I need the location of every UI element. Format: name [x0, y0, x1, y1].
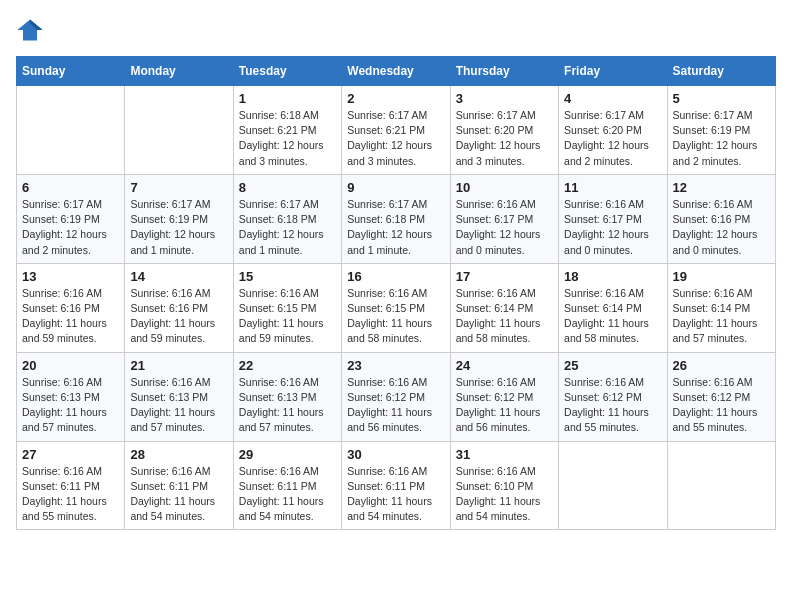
- day-number: 27: [22, 447, 119, 462]
- calendar-cell: 19Sunrise: 6:16 AMSunset: 6:14 PMDayligh…: [667, 263, 775, 352]
- day-info: Sunrise: 6:16 AMSunset: 6:16 PMDaylight:…: [130, 286, 227, 347]
- day-info: Sunrise: 6:16 AMSunset: 6:15 PMDaylight:…: [347, 286, 444, 347]
- calendar-cell: 8Sunrise: 6:17 AMSunset: 6:18 PMDaylight…: [233, 174, 341, 263]
- calendar-cell: 13Sunrise: 6:16 AMSunset: 6:16 PMDayligh…: [17, 263, 125, 352]
- day-info: Sunrise: 6:17 AMSunset: 6:21 PMDaylight:…: [347, 108, 444, 169]
- day-number: 20: [22, 358, 119, 373]
- calendar-cell: 23Sunrise: 6:16 AMSunset: 6:12 PMDayligh…: [342, 352, 450, 441]
- day-info: Sunrise: 6:16 AMSunset: 6:12 PMDaylight:…: [347, 375, 444, 436]
- weekday-header-wednesday: Wednesday: [342, 57, 450, 86]
- day-number: 2: [347, 91, 444, 106]
- calendar-cell: 17Sunrise: 6:16 AMSunset: 6:14 PMDayligh…: [450, 263, 558, 352]
- day-info: Sunrise: 6:16 AMSunset: 6:14 PMDaylight:…: [673, 286, 770, 347]
- day-info: Sunrise: 6:16 AMSunset: 6:11 PMDaylight:…: [239, 464, 336, 525]
- calendar-table: SundayMondayTuesdayWednesdayThursdayFrid…: [16, 56, 776, 530]
- calendar-cell: 30Sunrise: 6:16 AMSunset: 6:11 PMDayligh…: [342, 441, 450, 530]
- calendar-cell: 25Sunrise: 6:16 AMSunset: 6:12 PMDayligh…: [559, 352, 667, 441]
- day-number: 3: [456, 91, 553, 106]
- weekday-header-tuesday: Tuesday: [233, 57, 341, 86]
- calendar-cell: 26Sunrise: 6:16 AMSunset: 6:12 PMDayligh…: [667, 352, 775, 441]
- day-number: 7: [130, 180, 227, 195]
- calendar-cell: 9Sunrise: 6:17 AMSunset: 6:18 PMDaylight…: [342, 174, 450, 263]
- day-info: Sunrise: 6:16 AMSunset: 6:11 PMDaylight:…: [130, 464, 227, 525]
- calendar-cell: 15Sunrise: 6:16 AMSunset: 6:15 PMDayligh…: [233, 263, 341, 352]
- logo-icon: [16, 16, 44, 44]
- day-number: 26: [673, 358, 770, 373]
- calendar-cell: 4Sunrise: 6:17 AMSunset: 6:20 PMDaylight…: [559, 86, 667, 175]
- calendar-cell: [559, 441, 667, 530]
- calendar-cell: 3Sunrise: 6:17 AMSunset: 6:20 PMDaylight…: [450, 86, 558, 175]
- day-info: Sunrise: 6:16 AMSunset: 6:16 PMDaylight:…: [673, 197, 770, 258]
- day-info: Sunrise: 6:17 AMSunset: 6:19 PMDaylight:…: [22, 197, 119, 258]
- calendar-cell: 2Sunrise: 6:17 AMSunset: 6:21 PMDaylight…: [342, 86, 450, 175]
- weekday-header-sunday: Sunday: [17, 57, 125, 86]
- day-info: Sunrise: 6:16 AMSunset: 6:13 PMDaylight:…: [239, 375, 336, 436]
- calendar-cell: 31Sunrise: 6:16 AMSunset: 6:10 PMDayligh…: [450, 441, 558, 530]
- day-number: 21: [130, 358, 227, 373]
- calendar-cell: 20Sunrise: 6:16 AMSunset: 6:13 PMDayligh…: [17, 352, 125, 441]
- calendar-cell: 10Sunrise: 6:16 AMSunset: 6:17 PMDayligh…: [450, 174, 558, 263]
- day-info: Sunrise: 6:16 AMSunset: 6:14 PMDaylight:…: [456, 286, 553, 347]
- weekday-header-thursday: Thursday: [450, 57, 558, 86]
- day-info: Sunrise: 6:17 AMSunset: 6:20 PMDaylight:…: [564, 108, 661, 169]
- day-info: Sunrise: 6:17 AMSunset: 6:20 PMDaylight:…: [456, 108, 553, 169]
- weekday-header-monday: Monday: [125, 57, 233, 86]
- day-info: Sunrise: 6:16 AMSunset: 6:10 PMDaylight:…: [456, 464, 553, 525]
- day-info: Sunrise: 6:17 AMSunset: 6:19 PMDaylight:…: [673, 108, 770, 169]
- calendar-cell: 21Sunrise: 6:16 AMSunset: 6:13 PMDayligh…: [125, 352, 233, 441]
- calendar-cell: 16Sunrise: 6:16 AMSunset: 6:15 PMDayligh…: [342, 263, 450, 352]
- calendar-cell: 12Sunrise: 6:16 AMSunset: 6:16 PMDayligh…: [667, 174, 775, 263]
- day-number: 31: [456, 447, 553, 462]
- day-number: 12: [673, 180, 770, 195]
- calendar-cell: 29Sunrise: 6:16 AMSunset: 6:11 PMDayligh…: [233, 441, 341, 530]
- day-info: Sunrise: 6:16 AMSunset: 6:12 PMDaylight:…: [673, 375, 770, 436]
- calendar-cell: 27Sunrise: 6:16 AMSunset: 6:11 PMDayligh…: [17, 441, 125, 530]
- day-info: Sunrise: 6:16 AMSunset: 6:12 PMDaylight:…: [564, 375, 661, 436]
- day-number: 24: [456, 358, 553, 373]
- day-info: Sunrise: 6:16 AMSunset: 6:13 PMDaylight:…: [130, 375, 227, 436]
- day-number: 13: [22, 269, 119, 284]
- calendar-cell: 24Sunrise: 6:16 AMSunset: 6:12 PMDayligh…: [450, 352, 558, 441]
- day-number: 11: [564, 180, 661, 195]
- day-number: 30: [347, 447, 444, 462]
- calendar-cell: 7Sunrise: 6:17 AMSunset: 6:19 PMDaylight…: [125, 174, 233, 263]
- day-info: Sunrise: 6:16 AMSunset: 6:16 PMDaylight:…: [22, 286, 119, 347]
- calendar-cell: 22Sunrise: 6:16 AMSunset: 6:13 PMDayligh…: [233, 352, 341, 441]
- calendar-cell: 11Sunrise: 6:16 AMSunset: 6:17 PMDayligh…: [559, 174, 667, 263]
- calendar-cell: 5Sunrise: 6:17 AMSunset: 6:19 PMDaylight…: [667, 86, 775, 175]
- calendar-cell: 6Sunrise: 6:17 AMSunset: 6:19 PMDaylight…: [17, 174, 125, 263]
- day-info: Sunrise: 6:18 AMSunset: 6:21 PMDaylight:…: [239, 108, 336, 169]
- calendar-cell: [125, 86, 233, 175]
- day-info: Sunrise: 6:16 AMSunset: 6:13 PMDaylight:…: [22, 375, 119, 436]
- day-number: 17: [456, 269, 553, 284]
- day-info: Sunrise: 6:17 AMSunset: 6:18 PMDaylight:…: [347, 197, 444, 258]
- day-number: 15: [239, 269, 336, 284]
- day-number: 19: [673, 269, 770, 284]
- calendar-cell: 1Sunrise: 6:18 AMSunset: 6:21 PMDaylight…: [233, 86, 341, 175]
- day-number: 5: [673, 91, 770, 106]
- day-number: 10: [456, 180, 553, 195]
- calendar-cell: 28Sunrise: 6:16 AMSunset: 6:11 PMDayligh…: [125, 441, 233, 530]
- day-number: 23: [347, 358, 444, 373]
- day-number: 6: [22, 180, 119, 195]
- day-info: Sunrise: 6:16 AMSunset: 6:15 PMDaylight:…: [239, 286, 336, 347]
- day-number: 14: [130, 269, 227, 284]
- day-number: 9: [347, 180, 444, 195]
- day-number: 28: [130, 447, 227, 462]
- day-info: Sunrise: 6:16 AMSunset: 6:17 PMDaylight:…: [456, 197, 553, 258]
- day-info: Sunrise: 6:17 AMSunset: 6:18 PMDaylight:…: [239, 197, 336, 258]
- day-info: Sunrise: 6:16 AMSunset: 6:14 PMDaylight:…: [564, 286, 661, 347]
- day-number: 29: [239, 447, 336, 462]
- day-info: Sunrise: 6:16 AMSunset: 6:17 PMDaylight:…: [564, 197, 661, 258]
- day-number: 22: [239, 358, 336, 373]
- day-number: 16: [347, 269, 444, 284]
- day-info: Sunrise: 6:16 AMSunset: 6:12 PMDaylight:…: [456, 375, 553, 436]
- day-number: 18: [564, 269, 661, 284]
- day-info: Sunrise: 6:16 AMSunset: 6:11 PMDaylight:…: [347, 464, 444, 525]
- calendar-cell: 14Sunrise: 6:16 AMSunset: 6:16 PMDayligh…: [125, 263, 233, 352]
- day-number: 1: [239, 91, 336, 106]
- day-number: 4: [564, 91, 661, 106]
- day-number: 8: [239, 180, 336, 195]
- day-info: Sunrise: 6:17 AMSunset: 6:19 PMDaylight:…: [130, 197, 227, 258]
- weekday-header-saturday: Saturday: [667, 57, 775, 86]
